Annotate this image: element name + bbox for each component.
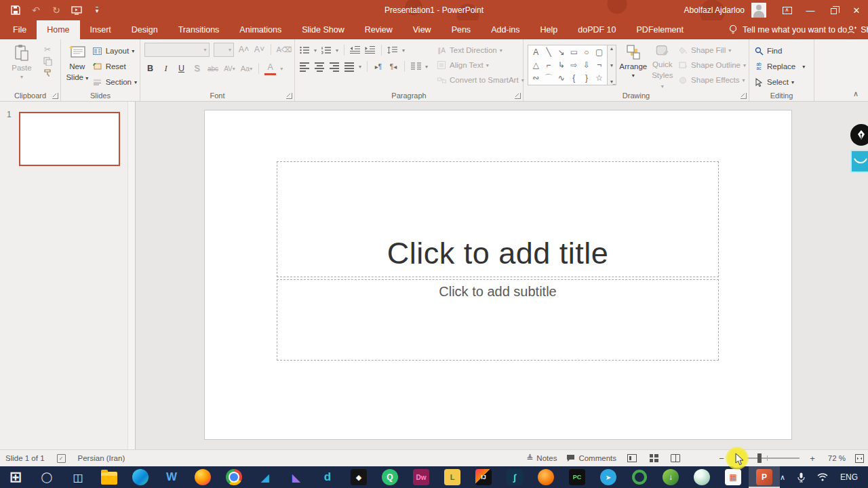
taskbar-app[interactable]: ◫ [62,466,94,488]
increase-font-size-icon[interactable]: A˄ [238,43,250,56]
wifi-icon[interactable] [817,473,828,481]
shape-glyph[interactable]: ╲ [546,48,551,56]
shape-outline-button[interactable]: Shape Outline▾ [677,58,746,72]
drawing-dialog-launcher[interactable] [741,93,747,99]
shape-fill-button[interactable]: Shape Fill▾ [677,43,746,57]
restore-button[interactable] [822,0,845,20]
shape-glyph[interactable]: ∾ [532,74,539,82]
taskbar-app[interactable]: ➤ [593,466,624,488]
shape-glyph[interactable]: { [572,74,575,82]
undo-icon[interactable]: ↶ [30,4,42,16]
slideshow-view-button[interactable] [691,453,709,464]
taskbar-app[interactable] [686,466,717,488]
slide-thumbnail[interactable] [19,112,120,166]
zoom-out-button[interactable]: − [718,453,725,464]
tray-chevron-icon[interactable]: ∧ [780,473,785,482]
clear-formatting-icon[interactable]: A⌫ [277,43,292,56]
ribbon-tab[interactable]: Insert [80,20,121,39]
taskbar-app[interactable]: P [749,466,780,488]
taskbar-app[interactable] [125,466,156,488]
ribbon-tab[interactable]: PDFelement [627,20,694,39]
close-button[interactable]: ✕ [845,0,868,20]
quick-styles-button[interactable]: Quick Styles ▾ [650,42,675,90]
taskbar-app[interactable]: ◯ [31,466,62,488]
slide-canvas[interactable]: Click to add title Click to add subtitle [205,110,791,439]
customize-qat-icon[interactable]: ▾ [91,4,103,16]
shape-glyph[interactable]: ▭ [570,48,578,56]
shapes-gallery[interactable]: A╲↘▭○▢△⌐↳⇨⇩¬∾⌒∿{}☆ [528,45,608,85]
taskbar-app[interactable]: d [312,466,343,488]
clipboard-dialog-launcher[interactable] [52,93,58,99]
shape-glyph[interactable]: ⇨ [570,61,577,69]
select-button[interactable]: Select▾ [753,75,805,89]
taskbar-app[interactable] [94,466,125,488]
paste-button[interactable]: Paste ▾ [4,42,39,90]
notes-button[interactable]: ≜Notes [526,453,557,463]
align-right-icon[interactable] [329,62,340,71]
text-direction-button[interactable]: ∥AText Direction▾ [436,43,524,57]
ribbon-tab[interactable]: Add-ins [481,20,530,39]
taskbar-app[interactable]: ▦ [717,466,749,488]
minimize-button[interactable]: — [799,0,822,20]
align-text-button[interactable]: Align Text▾ [436,58,524,72]
text-direction-rtl-icon[interactable]: ▸¶ [373,62,384,71]
increase-indent-icon[interactable] [365,45,376,55]
character-spacing-button[interactable]: AV▾ [223,62,236,75]
decrease-indent-icon[interactable] [350,45,361,55]
font-dialog-launcher[interactable] [286,93,292,99]
shape-effects-button[interactable]: Shape Effects▾ [677,73,746,87]
strikethrough-button[interactable]: abc [207,62,219,75]
ribbon-tab[interactable]: doPDF 10 [568,20,626,39]
pen-annotation-tool-button[interactable] [850,124,868,146]
shape-glyph[interactable]: ▢ [595,48,603,56]
slide-counter[interactable]: Slide 1 of 1 [5,454,45,462]
format-painter-icon[interactable] [42,68,53,77]
ribbon-tab[interactable]: Pens [441,20,481,39]
spell-check-icon[interactable]: ✓ [57,454,66,463]
ribbon-tab[interactable]: Animations [229,20,292,39]
redo-icon[interactable]: ↻ [50,4,62,16]
copy-icon[interactable] [42,56,53,66]
taskbar-app[interactable]: L [437,466,468,488]
taskbar-app[interactable] [530,466,561,488]
shape-glyph[interactable]: A [533,48,538,56]
normal-view-button[interactable] [626,453,638,464]
taskbar-app[interactable]: PC [561,466,593,488]
title-placeholder[interactable]: Click to add title [277,161,719,277]
shape-glyph[interactable]: △ [533,61,539,69]
taskbar-app[interactable]: ↓ [655,466,686,488]
shape-glyph[interactable]: } [585,74,588,82]
share-button[interactable]: Share [847,20,868,39]
shape-glyph[interactable]: ∿ [558,74,565,82]
cut-icon[interactable]: ✂ [42,45,53,54]
font-size-combobox[interactable]: ▾ [214,43,234,57]
whiteboard-tool-button[interactable] [850,150,868,173]
line-spacing-icon[interactable] [387,45,398,55]
underline-button[interactable]: U [176,62,187,75]
zoom-slider-thumb[interactable] [757,453,762,463]
shape-glyph[interactable]: ¬ [597,61,601,69]
taskbar-app[interactable] [624,466,655,488]
new-slide-button[interactable]: New Slide ▾ [65,42,90,90]
shape-glyph[interactable]: ○ [584,48,589,56]
taskbar-app[interactable]: W [156,466,187,488]
ribbon-tab[interactable]: Design [121,20,168,39]
taskbar-app[interactable]: ◢ [250,466,281,488]
ribbon-tab[interactable]: Transitions [168,20,230,39]
ribbon-tab[interactable]: File [3,20,37,39]
reset-button[interactable]: Reset [92,60,137,73]
taskbar-app[interactable] [187,466,218,488]
justify-icon[interactable] [344,62,355,71]
language-tray-indicator[interactable]: ENG [840,472,858,482]
save-icon[interactable] [9,4,22,16]
subtitle-placeholder[interactable]: Click to add subtitle [277,279,719,361]
shape-glyph[interactable]: ↳ [558,61,565,69]
shape-glyph[interactable]: ☆ [595,74,603,82]
zoom-level[interactable]: 72 % [825,454,846,462]
panel-scrollbar[interactable] [127,102,135,449]
fit-slide-to-window-button[interactable] [855,454,864,463]
tell-me-box[interactable]: Tell me what you want to do [729,20,847,39]
font-color-button[interactable]: A [264,62,276,75]
numbering-icon[interactable] [321,45,332,55]
shape-glyph[interactable]: ↘ [558,48,565,56]
